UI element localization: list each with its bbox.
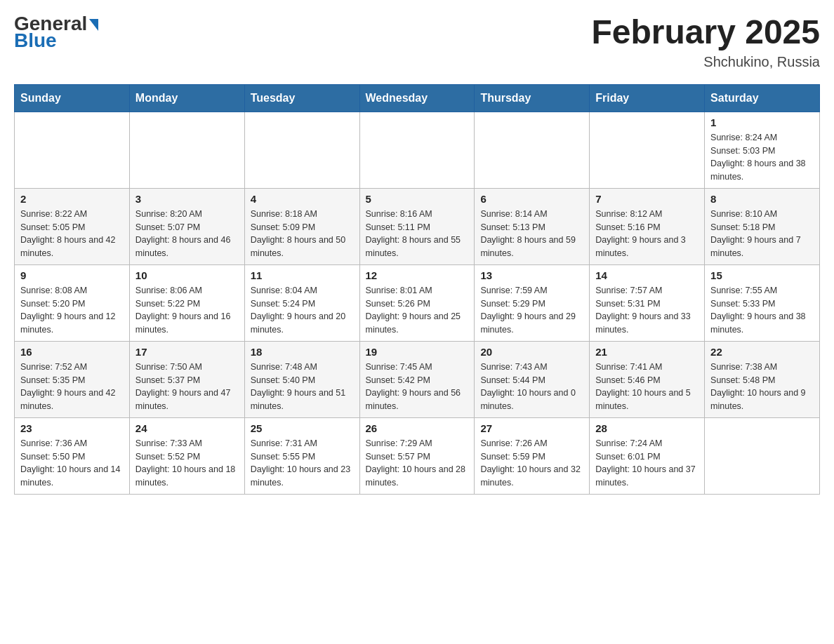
col-wednesday: Wednesday <box>359 84 475 112</box>
calendar-cell <box>705 417 820 494</box>
calendar-cell: 5Sunrise: 8:16 AMSunset: 5:11 PMDaylight… <box>359 188 475 264</box>
logo-arrow-icon <box>89 19 98 31</box>
day-info: Sunrise: 8:14 AMSunset: 5:13 PMDaylight:… <box>480 208 583 260</box>
calendar-cell: 17Sunrise: 7:50 AMSunset: 5:37 PMDayligh… <box>129 341 244 417</box>
day-number: 7 <box>595 193 699 205</box>
day-number: 21 <box>595 346 699 358</box>
calendar-cell: 20Sunrise: 7:43 AMSunset: 5:44 PMDayligh… <box>475 341 590 417</box>
calendar-cell: 3Sunrise: 8:20 AMSunset: 5:07 PMDaylight… <box>129 188 244 264</box>
calendar-cell: 14Sunrise: 7:57 AMSunset: 5:31 PMDayligh… <box>590 264 705 341</box>
day-number: 24 <box>135 422 239 434</box>
calendar-table: Sunday Monday Tuesday Wednesday Thursday… <box>14 84 820 495</box>
logo: General Blue <box>14 14 98 51</box>
calendar-cell: 11Sunrise: 8:04 AMSunset: 5:24 PMDayligh… <box>244 264 359 341</box>
calendar-cell: 22Sunrise: 7:38 AMSunset: 5:48 PMDayligh… <box>705 341 820 417</box>
day-number: 26 <box>366 422 469 434</box>
calendar-cell: 23Sunrise: 7:36 AMSunset: 5:50 PMDayligh… <box>15 417 130 494</box>
day-number: 22 <box>710 346 814 358</box>
day-number: 11 <box>251 269 354 281</box>
col-tuesday: Tuesday <box>244 84 359 112</box>
day-number: 3 <box>135 193 239 205</box>
day-info: Sunrise: 7:52 AMSunset: 5:35 PMDaylight:… <box>20 361 124 413</box>
location-subtitle: Shchukino, Russia <box>591 54 820 70</box>
calendar-week-row: 2Sunrise: 8:22 AMSunset: 5:05 PMDaylight… <box>15 188 820 264</box>
calendar-cell: 7Sunrise: 8:12 AMSunset: 5:16 PMDaylight… <box>590 188 705 264</box>
day-number: 9 <box>20 269 124 281</box>
calendar-cell: 16Sunrise: 7:52 AMSunset: 5:35 PMDayligh… <box>15 341 130 417</box>
day-number: 13 <box>480 269 583 281</box>
calendar-cell: 27Sunrise: 7:26 AMSunset: 5:59 PMDayligh… <box>475 417 590 494</box>
day-info: Sunrise: 7:43 AMSunset: 5:44 PMDaylight:… <box>480 361 583 413</box>
day-number: 6 <box>480 193 583 205</box>
day-info: Sunrise: 8:01 AMSunset: 5:26 PMDaylight:… <box>366 284 469 337</box>
calendar-cell: 6Sunrise: 8:14 AMSunset: 5:13 PMDaylight… <box>475 188 590 264</box>
calendar-cell: 10Sunrise: 8:06 AMSunset: 5:22 PMDayligh… <box>129 264 244 341</box>
calendar-cell: 9Sunrise: 8:08 AMSunset: 5:20 PMDaylight… <box>15 264 130 341</box>
calendar-cell: 25Sunrise: 7:31 AMSunset: 5:55 PMDayligh… <box>244 417 359 494</box>
calendar-cell: 24Sunrise: 7:33 AMSunset: 5:52 PMDayligh… <box>129 417 244 494</box>
calendar-week-row: 9Sunrise: 8:08 AMSunset: 5:20 PMDaylight… <box>15 264 820 341</box>
day-info: Sunrise: 8:08 AMSunset: 5:20 PMDaylight:… <box>20 284 124 337</box>
day-number: 10 <box>135 269 239 281</box>
day-number: 16 <box>20 346 124 358</box>
day-number: 14 <box>595 269 699 281</box>
day-info: Sunrise: 7:55 AMSunset: 5:33 PMDaylight:… <box>710 284 814 337</box>
day-number: 4 <box>251 193 354 205</box>
calendar-cell <box>475 112 590 188</box>
logo-blue-text: Blue <box>14 31 98 51</box>
day-number: 25 <box>251 422 354 434</box>
calendar-cell: 8Sunrise: 8:10 AMSunset: 5:18 PMDaylight… <box>705 188 820 264</box>
day-number: 20 <box>480 346 583 358</box>
day-info: Sunrise: 8:18 AMSunset: 5:09 PMDaylight:… <box>251 208 354 260</box>
calendar-cell: 4Sunrise: 8:18 AMSunset: 5:09 PMDaylight… <box>244 188 359 264</box>
day-number: 12 <box>366 269 469 281</box>
calendar-cell: 2Sunrise: 8:22 AMSunset: 5:05 PMDaylight… <box>15 188 130 264</box>
calendar-cell: 12Sunrise: 8:01 AMSunset: 5:26 PMDayligh… <box>359 264 475 341</box>
day-info: Sunrise: 7:29 AMSunset: 5:57 PMDaylight:… <box>366 437 469 490</box>
day-info: Sunrise: 7:48 AMSunset: 5:40 PMDaylight:… <box>251 361 354 413</box>
day-info: Sunrise: 7:41 AMSunset: 5:46 PMDaylight:… <box>595 361 699 413</box>
calendar-cell: 1Sunrise: 8:24 AMSunset: 5:03 PMDaylight… <box>705 112 820 188</box>
day-info: Sunrise: 8:06 AMSunset: 5:22 PMDaylight:… <box>135 284 239 337</box>
day-info: Sunrise: 7:36 AMSunset: 5:50 PMDaylight:… <box>20 437 124 490</box>
day-info: Sunrise: 7:57 AMSunset: 5:31 PMDaylight:… <box>595 284 699 337</box>
day-number: 17 <box>135 346 239 358</box>
day-info: Sunrise: 8:16 AMSunset: 5:11 PMDaylight:… <box>366 208 469 260</box>
calendar-week-row: 1Sunrise: 8:24 AMSunset: 5:03 PMDaylight… <box>15 112 820 188</box>
month-year-title: February 2025 <box>591 14 820 51</box>
day-number: 19 <box>366 346 469 358</box>
day-info: Sunrise: 7:24 AMSunset: 6:01 PMDaylight:… <box>595 437 699 490</box>
calendar-week-row: 16Sunrise: 7:52 AMSunset: 5:35 PMDayligh… <box>15 341 820 417</box>
calendar-cell: 26Sunrise: 7:29 AMSunset: 5:57 PMDayligh… <box>359 417 475 494</box>
day-number: 15 <box>710 269 814 281</box>
day-info: Sunrise: 8:12 AMSunset: 5:16 PMDaylight:… <box>595 208 699 260</box>
col-friday: Friday <box>590 84 705 112</box>
day-info: Sunrise: 8:24 AMSunset: 5:03 PMDaylight:… <box>710 131 814 184</box>
day-number: 5 <box>366 193 469 205</box>
col-thursday: Thursday <box>475 84 590 112</box>
calendar-cell <box>15 112 130 188</box>
day-info: Sunrise: 7:45 AMSunset: 5:42 PMDaylight:… <box>366 361 469 413</box>
page-header: General Blue February 2025 Shchukino, Ru… <box>14 14 820 70</box>
calendar-cell: 15Sunrise: 7:55 AMSunset: 5:33 PMDayligh… <box>705 264 820 341</box>
calendar-week-row: 23Sunrise: 7:36 AMSunset: 5:50 PMDayligh… <box>15 417 820 494</box>
day-info: Sunrise: 7:50 AMSunset: 5:37 PMDaylight:… <box>135 361 239 413</box>
col-saturday: Saturday <box>705 84 820 112</box>
day-number: 8 <box>710 193 814 205</box>
day-info: Sunrise: 7:26 AMSunset: 5:59 PMDaylight:… <box>480 437 583 490</box>
calendar-cell: 28Sunrise: 7:24 AMSunset: 6:01 PMDayligh… <box>590 417 705 494</box>
day-info: Sunrise: 8:22 AMSunset: 5:05 PMDaylight:… <box>20 208 124 260</box>
calendar-cell: 18Sunrise: 7:48 AMSunset: 5:40 PMDayligh… <box>244 341 359 417</box>
day-info: Sunrise: 8:20 AMSunset: 5:07 PMDaylight:… <box>135 208 239 260</box>
day-number: 1 <box>710 116 814 128</box>
day-number: 23 <box>20 422 124 434</box>
day-info: Sunrise: 8:10 AMSunset: 5:18 PMDaylight:… <box>710 208 814 260</box>
calendar-cell: 21Sunrise: 7:41 AMSunset: 5:46 PMDayligh… <box>590 341 705 417</box>
title-block: February 2025 Shchukino, Russia <box>591 14 820 70</box>
day-number: 28 <box>595 422 699 434</box>
col-sunday: Sunday <box>15 84 130 112</box>
calendar-cell: 13Sunrise: 7:59 AMSunset: 5:29 PMDayligh… <box>475 264 590 341</box>
col-monday: Monday <box>129 84 244 112</box>
calendar-header-row: Sunday Monday Tuesday Wednesday Thursday… <box>15 84 820 112</box>
day-info: Sunrise: 7:59 AMSunset: 5:29 PMDaylight:… <box>480 284 583 337</box>
